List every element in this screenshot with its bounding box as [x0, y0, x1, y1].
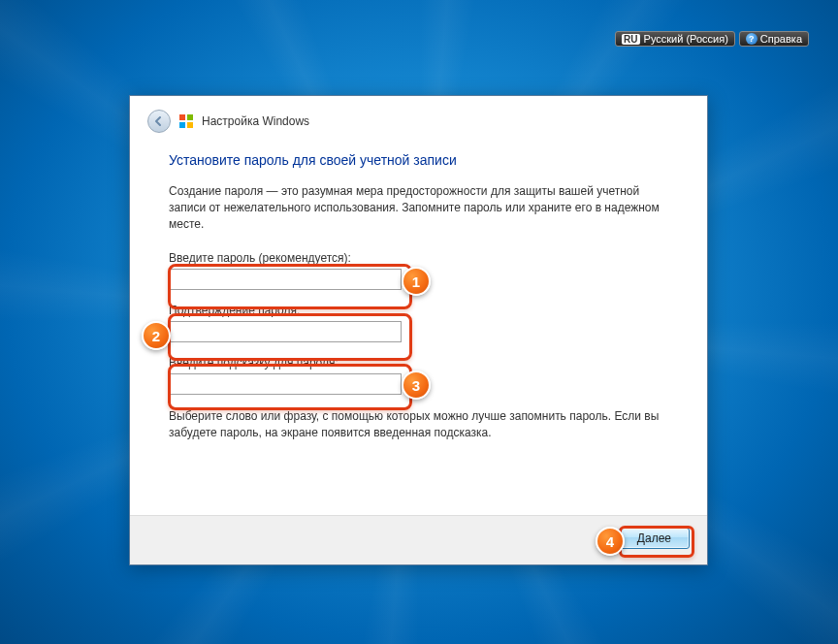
password-label: Введите пароль (рекомендуется): — [169, 251, 668, 265]
svg-rect-0 — [179, 114, 185, 120]
confirm-field-group: Подтверждение пароля: — [169, 304, 668, 342]
dialog-title: Настройка Windows — [202, 114, 309, 128]
password-field-group: Введите пароль (рекомендуется): — [169, 251, 668, 290]
hint-input[interactable] — [169, 373, 402, 395]
keyboard-badge: RU — [622, 34, 639, 45]
hint-label: Введите подсказку для пароля: — [169, 356, 668, 370]
svg-rect-1 — [187, 114, 193, 120]
next-button[interactable]: Далее — [619, 528, 690, 549]
page-heading: Установите пароль для своей учетной запи… — [169, 152, 668, 168]
svg-rect-2 — [179, 122, 185, 128]
dialog-footer: Далее — [130, 515, 707, 564]
password-input[interactable] — [169, 269, 402, 290]
windows-flag-icon — [178, 113, 194, 129]
help-icon: ? — [746, 33, 757, 45]
dialog-header: Настройка Windows — [130, 96, 707, 143]
description-text: Создание пароля — это разумная мера пред… — [169, 183, 663, 232]
language-selector[interactable]: RU Русский (Россия) — [615, 31, 735, 47]
arrow-left-icon — [153, 115, 165, 127]
setup-dialog: Настройка Windows Установите пароль для … — [129, 95, 708, 565]
confirm-input[interactable] — [169, 321, 402, 342]
help-label: Справка — [760, 33, 802, 45]
hint-description: Выберите слово или фразу, с помощью кото… — [169, 408, 668, 441]
topbar: RU Русский (Россия) ? Справка — [615, 31, 809, 47]
dialog-body: Установите пароль для своей учетной запи… — [130, 143, 707, 515]
hint-field-group: Введите подсказку для пароля: — [169, 356, 668, 395]
back-button[interactable] — [147, 110, 171, 133]
confirm-label: Подтверждение пароля: — [169, 304, 668, 317]
help-link[interactable]: ? Справка — [739, 31, 809, 47]
language-label: Русский (Россия) — [644, 33, 728, 45]
svg-rect-3 — [187, 122, 193, 128]
